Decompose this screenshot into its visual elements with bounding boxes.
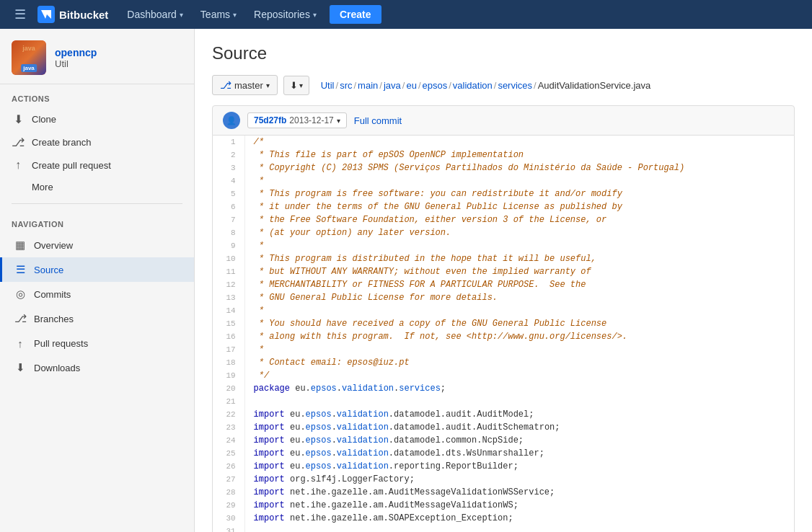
table-row: 30 import net.ihe.gazelle.am.SOAPExcepti… <box>213 512 794 525</box>
source-toolbar: ⎇ master ▾ ⬇ ▾ Util / src / main / java … <box>212 75 795 95</box>
hamburger-icon[interactable]: ☰ <box>9 4 32 25</box>
teams-menu[interactable]: Teams ▾ <box>193 6 244 23</box>
top-navigation: ☰ Bitbucket Dashboard ▾ Teams ▾ Reposito… <box>0 0 812 29</box>
line-code: * MERCHANTABILITY or FITNESS FOR A PARTI… <box>244 278 794 291</box>
sidebar-repo-header: java java openncp Util <box>0 29 194 84</box>
branch-chevron-icon: ▾ <box>266 81 270 89</box>
breadcrumb-services[interactable]: services <box>498 80 532 91</box>
commit-hash-button[interactable]: 75d27fb 2013-12-17 ▾ <box>247 112 347 128</box>
breadcrumb-util[interactable]: Util <box>321 80 335 91</box>
teams-chevron-icon: ▾ <box>233 11 237 19</box>
line-code <box>244 395 794 408</box>
table-row: 26 import eu.epsos.validation.reporting.… <box>213 460 794 473</box>
line-code: * This program is free software: you can… <box>244 187 794 200</box>
nav-overview-label: Overview <box>34 240 73 251</box>
line-code: import org.slf4j.LoggerFactory; <box>244 473 794 486</box>
sidebar-divider <box>12 203 182 204</box>
commits-icon: ◎ <box>14 288 27 301</box>
line-code: import net.ihe.gazelle.am.AuditMessageVa… <box>244 486 794 499</box>
line-code: * This file is part of epSOS OpenNCP imp… <box>244 148 794 161</box>
line-code: import eu.epsos.validation.datamodel.com… <box>244 434 794 447</box>
table-row: 15 * You should have received a copy of … <box>213 317 794 330</box>
sidebar-item-pull-requests[interactable]: ↑ Pull requests <box>0 331 194 355</box>
nav-commits-label: Commits <box>34 289 71 300</box>
clone-label: Clone <box>32 114 56 125</box>
table-row: 9 * <box>213 239 794 252</box>
more-action[interactable]: More <box>0 177 194 198</box>
branches-icon: ⎇ <box>14 312 27 325</box>
dashboard-menu[interactable]: Dashboard ▾ <box>120 6 190 23</box>
branch-selector-icon: ⎇ <box>220 79 231 91</box>
sidebar-item-source[interactable]: ☰ Source <box>0 257 194 282</box>
repo-info: openncp Util <box>55 47 97 69</box>
table-row: 13 * GNU General Public License for more… <box>213 291 794 304</box>
clone-action[interactable]: ⬇ Clone <box>0 107 194 130</box>
line-code: import eu.epsos.validation.datamodel.dts… <box>244 447 794 460</box>
sidebar-item-branches[interactable]: ⎇ Branches <box>0 306 194 331</box>
table-row: 20 package eu.epsos.validation.services; <box>213 382 794 395</box>
table-row: 2 * This file is part of epSOS OpenNCP i… <box>213 148 794 161</box>
commit-hash: 75d27fb <box>254 115 286 125</box>
repo-name[interactable]: openncp <box>55 47 97 58</box>
create-branch-action[interactable]: ⎇ Create branch <box>0 130 194 154</box>
line-number: 10 <box>213 252 244 265</box>
line-number: 9 <box>213 239 244 252</box>
create-pull-request-action[interactable]: ↑ Create pull request <box>0 154 194 177</box>
breadcrumb: Util / src / main / java / eu / epsos / … <box>321 80 651 91</box>
line-number: 25 <box>213 447 244 460</box>
create-button[interactable]: Create <box>330 5 381 24</box>
table-row: 29 import net.ihe.gazelle.am.AuditMessag… <box>213 499 794 512</box>
pull-request-icon: ↑ <box>12 159 25 172</box>
line-code: import eu.epsos.validation.datamodel.aud… <box>244 421 794 434</box>
nav-pull-requests-label: Pull requests <box>34 338 88 349</box>
table-row: 8 * (at your option) any later version. <box>213 226 794 239</box>
source-icon: ☰ <box>14 263 27 276</box>
avatar: java java <box>12 40 46 75</box>
line-code: * You should have received a copy of the… <box>244 317 794 330</box>
line-number: 23 <box>213 421 244 434</box>
line-code: * along with this program. If not, see <… <box>244 330 794 343</box>
breadcrumb-filename: AuditValidationService.java <box>538 80 651 91</box>
table-row: 31 <box>213 525 794 533</box>
breadcrumb-src[interactable]: src <box>340 80 352 91</box>
line-code: * <box>244 174 794 187</box>
bitbucket-logo[interactable]: Bitbucket <box>37 6 108 23</box>
table-row: 12 * MERCHANTABILITY or FITNESS FOR A PA… <box>213 278 794 291</box>
teams-label: Teams <box>200 9 230 20</box>
sidebar-item-commits[interactable]: ◎ Commits <box>0 282 194 306</box>
logo-icon <box>37 6 55 23</box>
table-row: 19 */ <box>213 369 794 382</box>
table-row: 5 * This program is free software: you c… <box>213 187 794 200</box>
breadcrumb-main[interactable]: main <box>358 80 378 91</box>
line-code: /* <box>244 136 794 148</box>
table-row: 14 * <box>213 304 794 317</box>
breadcrumb-validation[interactable]: validation <box>453 80 493 91</box>
line-code: * the Free Software Foundation, either v… <box>244 213 794 226</box>
branch-selector[interactable]: ⎇ master ▾ <box>212 75 278 95</box>
code-table: 1 /* 2 * This file is part of epSOS Open… <box>213 136 794 532</box>
repositories-chevron-icon: ▾ <box>313 11 317 19</box>
line-number: 14 <box>213 304 244 317</box>
line-code: import net.ihe.gazelle.am.AuditMessageVa… <box>244 499 794 512</box>
download-button[interactable]: ⬇ ▾ <box>283 76 309 95</box>
line-number: 8 <box>213 226 244 239</box>
sidebar-item-overview[interactable]: ▦ Overview <box>0 233 194 257</box>
table-row: 6 * it under the terms of the GNU Genera… <box>213 200 794 213</box>
table-row: 3 * Copyright (C) 2013 SPMS (Serviços Pa… <box>213 161 794 174</box>
line-code: * (at your option) any later version. <box>244 226 794 239</box>
sidebar-item-downloads[interactable]: ⬇ Downloads <box>0 355 194 380</box>
commit-date: 2013-12-17 <box>289 115 333 125</box>
table-row: 7 * the Free Software Foundation, either… <box>213 213 794 226</box>
line-number: 1 <box>213 136 244 148</box>
commit-avatar: 👤 <box>223 112 240 129</box>
full-commit-link[interactable]: Full commit <box>354 115 402 126</box>
branch-icon: ⎇ <box>12 136 25 148</box>
breadcrumb-eu[interactable]: eu <box>406 80 416 91</box>
breadcrumb-java[interactable]: java <box>384 80 401 91</box>
actions-section-title: ACTIONS <box>0 84 194 107</box>
repositories-menu[interactable]: Repositories ▾ <box>247 6 324 23</box>
nav-branches-label: Branches <box>34 314 74 324</box>
line-number: 15 <box>213 317 244 330</box>
breadcrumb-epsos[interactable]: epsos <box>423 80 448 91</box>
line-code: */ <box>244 369 794 382</box>
